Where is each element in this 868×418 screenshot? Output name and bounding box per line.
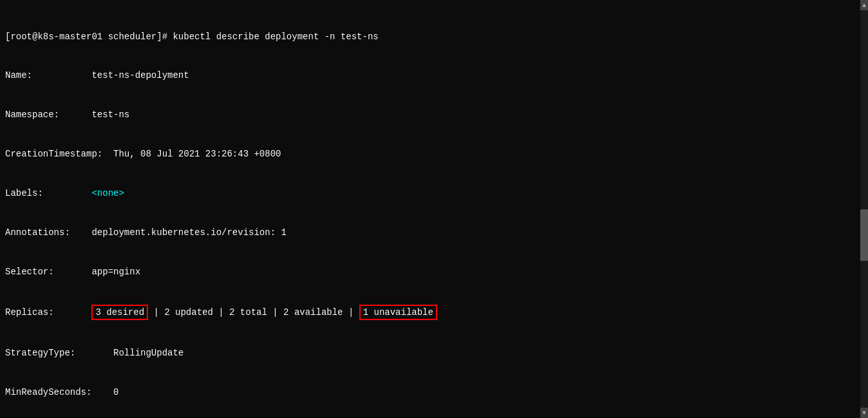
selector-line: Selector: app=nginx xyxy=(5,265,863,278)
replicas-middle: | 2 updated | 2 total | 2 available | xyxy=(148,306,359,319)
replicas-line: Replicas: 3 desired | 2 updated | 2 tota… xyxy=(5,305,863,320)
name-label: Name: xyxy=(5,69,91,82)
annotations-line: Annotations: deployment.kubernetes.io/re… xyxy=(5,226,863,239)
terminal-content: [root@k8s-master01 scheduler]# kubectl d… xyxy=(0,3,868,418)
namespace-value: test-ns xyxy=(91,108,129,121)
prompt-text: [root@k8s-master01 scheduler]# kubectl d… xyxy=(5,30,379,43)
minready-value: 0 xyxy=(113,386,118,399)
labels-value: <none> xyxy=(91,187,124,200)
scrollbar-up-arrow[interactable]: ▲ xyxy=(860,0,868,10)
labels-label: Labels: xyxy=(5,187,91,200)
terminal-window: [root@k8s-master01 scheduler]# kubectl d… xyxy=(0,0,868,418)
prompt-line: [root@k8s-master01 scheduler]# kubectl d… xyxy=(5,30,863,43)
name-line: Name: test-ns-depolyment xyxy=(5,69,863,82)
annotations-label: Annotations: xyxy=(5,226,91,239)
labels-line: Labels: <none> xyxy=(5,187,863,200)
minready-label: MinReadySeconds: xyxy=(5,386,113,399)
annotations-value: deployment.kubernetes.io/revision: 1 xyxy=(91,226,286,239)
minready-line: MinReadySeconds: 0 xyxy=(5,386,863,399)
strategy-value: RollingUpdate xyxy=(113,347,184,359)
strategy-line: StrategyType: RollingUpdate xyxy=(5,347,863,359)
replicas-label: Replicas: xyxy=(5,306,91,319)
scrollbar-down-arrow[interactable]: ▼ xyxy=(860,408,868,418)
namespace-label: Namespace: xyxy=(5,108,91,121)
strategy-label: StrategyType: xyxy=(5,347,113,359)
desired-replicas: 3 desired xyxy=(91,305,148,320)
name-value: test-ns-depolyment xyxy=(91,69,189,82)
selector-value: app=nginx xyxy=(91,265,140,278)
creation-value: Thu, 08 Jul 2021 23:26:43 +0800 xyxy=(113,147,281,160)
scrollbar-thumb[interactable] xyxy=(860,209,868,261)
selector-label: Selector: xyxy=(5,265,91,278)
creation-label: CreationTimestamp: xyxy=(5,147,113,160)
namespace-line: Namespace: test-ns xyxy=(5,108,863,121)
scrollbar[interactable]: ▲ ▼ xyxy=(860,0,868,418)
unavailable-replicas: 1 unavailable xyxy=(359,305,437,320)
creation-line: CreationTimestamp: Thu, 08 Jul 2021 23:2… xyxy=(5,147,863,160)
